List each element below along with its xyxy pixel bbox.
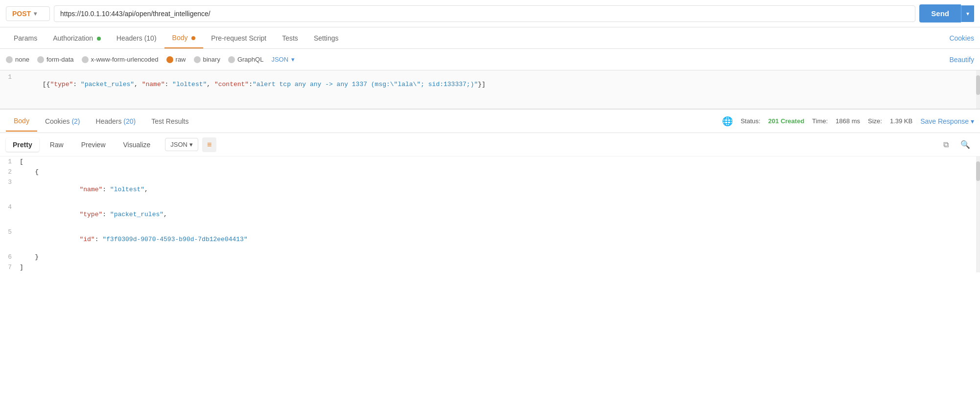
format-tab-pretty[interactable]: Pretty — [6, 138, 39, 152]
response-editor: 1 [ 2 { 3 "name": "loltest", 4 "type": "… — [0, 156, 980, 272]
tab-params[interactable]: Params — [6, 28, 45, 48]
response-line-7: 7 ] — [0, 262, 980, 272]
globe-icon: 🌐 — [722, 116, 733, 127]
format-label: JSON — [271, 56, 288, 63]
response-tab-bar: Body Cookies (2) Headers (20) Test Resul… — [0, 110, 980, 133]
radio-binary — [194, 56, 201, 63]
response-line-2: 2 { — [0, 167, 980, 177]
filter-icon: ≡ — [207, 140, 211, 149]
method-selector[interactable]: POST ▾ — [6, 6, 50, 21]
format-tab-preview[interactable]: Preview — [74, 138, 113, 152]
tab-body[interactable]: Body — [164, 28, 204, 48]
radio-none — [6, 56, 13, 63]
response-line-3: 3 "name": "loltest", — [0, 177, 980, 202]
method-chevron-icon: ▾ — [34, 10, 37, 17]
time-label: Time: — [812, 117, 828, 125]
format-selector[interactable]: JSON ▾ — [271, 56, 295, 63]
response-line-number-6: 6 — [0, 253, 20, 261]
body-type-urlencoded[interactable]: x-www-form-urlencoded — [82, 56, 159, 63]
editor-line-1: 1 [{"type": "packet_rules", "name": "lol… — [0, 70, 980, 98]
response-tab-body[interactable]: Body — [6, 111, 37, 132]
response-line-content-4: "type": "packet_rules", — [20, 203, 980, 225]
time-value: 1868 ms — [836, 117, 860, 125]
radio-graphql — [228, 56, 235, 63]
method-label: POST — [12, 10, 31, 18]
line-content-1[interactable]: [{"type": "packet_rules", "name": "lolte… — [20, 73, 980, 95]
response-section: Body Cookies (2) Headers (20) Test Resul… — [0, 110, 980, 272]
body-type-graphql[interactable]: GraphQL — [228, 56, 263, 63]
tab-tests[interactable]: Tests — [274, 28, 306, 48]
response-line-content-2: { — [20, 168, 980, 176]
tab-headers[interactable]: Headers (10) — [109, 28, 164, 48]
response-line-6: 6 } — [0, 252, 980, 262]
response-line-4: 4 "type": "packet_rules", — [0, 202, 980, 227]
body-type-none[interactable]: none — [6, 56, 29, 63]
request-tab-bar: Params Authorization Headers (10) Body P… — [0, 27, 980, 49]
url-input[interactable] — [54, 5, 915, 22]
body-type-raw[interactable]: raw — [166, 56, 186, 63]
response-format-bar: Pretty Raw Preview Visualize JSON ▾ ≡ ⧉ … — [0, 133, 980, 156]
body-type-binary[interactable]: binary — [194, 56, 220, 63]
response-line-5: 5 "id": "f3f0309d-9070-4593-b90d-7db12ee… — [0, 227, 980, 252]
copy-icon-button[interactable]: ⧉ — [939, 138, 953, 151]
response-tab-headers[interactable]: Headers (20) — [88, 112, 144, 131]
response-tab-cookies[interactable]: Cookies (2) — [37, 112, 88, 131]
response-line-number-2: 2 — [0, 168, 20, 176]
response-line-content-3: "name": "loltest", — [20, 179, 980, 201]
response-line-content-5: "id": "f3f0309d-9070-4593-b90d-7db12ee04… — [20, 228, 980, 250]
send-btn-group: Send ▾ — [919, 4, 974, 22]
size-value: 1.39 KB — [890, 117, 912, 125]
save-response-chevron-icon: ▾ — [971, 117, 974, 125]
response-line-number-3: 3 — [0, 179, 20, 186]
radio-urlencoded — [82, 56, 89, 63]
send-dropdown-button[interactable]: ▾ — [961, 5, 974, 22]
format-tab-raw[interactable]: Raw — [43, 138, 70, 152]
radio-raw — [166, 56, 173, 63]
response-scrollbar[interactable] — [976, 156, 980, 272]
format-chevron-icon: ▾ — [291, 56, 295, 63]
response-tab-test-results[interactable]: Test Results — [143, 112, 196, 131]
cookies-link[interactable]: Cookies — [949, 28, 974, 48]
search-icon: 🔍 — [960, 140, 970, 149]
response-line-content-1: [ — [20, 158, 980, 165]
response-line-content-6: } — [20, 253, 980, 261]
response-line-number-4: 4 — [0, 203, 20, 211]
tab-authorization[interactable]: Authorization — [45, 28, 109, 48]
copy-icon: ⧉ — [943, 140, 949, 149]
size-label: Size: — [868, 117, 882, 125]
response-line-content-7: ] — [20, 264, 980, 271]
editor-scrollbar[interactable] — [976, 70, 980, 109]
radio-form-data — [37, 56, 44, 63]
request-editor: 1 [{"type": "packet_rules", "name": "lol… — [0, 70, 980, 110]
format-tab-visualize[interactable]: Visualize — [117, 138, 158, 152]
json-format-button[interactable]: JSON ▾ — [165, 138, 198, 151]
response-meta: 🌐 Status: 201 Created Time: 1868 ms Size… — [722, 116, 974, 127]
filter-icon-button[interactable]: ≡ — [202, 137, 216, 152]
top-bar: POST ▾ Send ▾ — [0, 0, 980, 27]
response-line-number-7: 7 — [0, 264, 20, 271]
response-line-number-5: 5 — [0, 228, 20, 236]
body-type-form-data[interactable]: form-data — [37, 56, 74, 63]
status-label: Status: — [741, 117, 760, 125]
json-format-chevron-icon: ▾ — [189, 141, 193, 148]
body-type-bar: none form-data x-www-form-urlencoded raw… — [0, 49, 980, 70]
tab-pre-request[interactable]: Pre-request Script — [203, 28, 274, 48]
send-button[interactable]: Send — [919, 4, 961, 22]
response-line-1: 1 [ — [0, 156, 980, 167]
beautify-button[interactable]: Beautify — [949, 56, 974, 64]
authorization-dot — [97, 37, 101, 41]
tab-settings[interactable]: Settings — [306, 28, 347, 48]
save-response-button[interactable]: Save Response ▾ — [920, 117, 974, 125]
save-response-label: Save Response — [920, 117, 969, 125]
search-icon-button[interactable]: 🔍 — [957, 138, 974, 151]
body-dot — [191, 36, 195, 40]
line-number-1: 1 — [0, 73, 20, 81]
status-value: 201 Created — [768, 117, 804, 125]
response-line-number-1: 1 — [0, 158, 20, 165]
